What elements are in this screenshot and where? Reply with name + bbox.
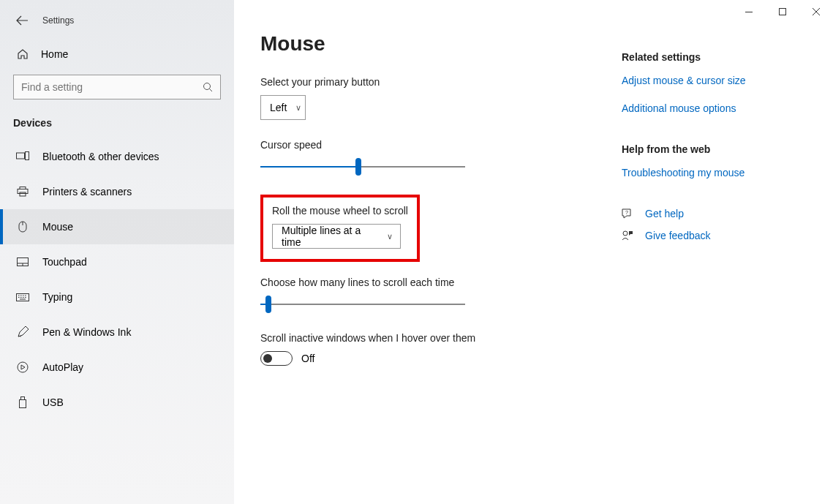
touchpad-icon (16, 257, 29, 266)
chevron-down-icon: ∨ (387, 232, 393, 241)
link-adjust-mouse-size[interactable]: Adjust mouse & cursor size (622, 75, 797, 86)
devices-icon (16, 151, 29, 162)
usb-icon (16, 396, 29, 408)
feedback-icon (622, 230, 635, 241)
close-button[interactable] (799, 0, 833, 23)
related-settings-heading: Related settings (622, 51, 797, 63)
printer-icon (16, 187, 29, 197)
page-title: Mouse (260, 32, 614, 56)
svg-rect-6 (20, 192, 26, 196)
svg-rect-2 (17, 153, 25, 159)
inactive-windows-toggle[interactable] (260, 351, 293, 366)
content: Mouse Select your primary button Left ∨ … (234, 0, 614, 504)
svg-rect-3 (26, 152, 29, 160)
back-button[interactable] (16, 15, 28, 26)
nav-usb[interactable]: USB (0, 385, 234, 420)
toggle-state-label: Off (301, 353, 314, 364)
nav-label: Mouse (42, 221, 73, 233)
search-icon (203, 82, 213, 92)
slider-thumb[interactable] (355, 158, 361, 176)
get-help-link[interactable]: Get help (645, 208, 684, 219)
svg-point-16 (18, 362, 28, 372)
help-icon: ? (622, 208, 635, 219)
link-troubleshooting-mouse[interactable]: Troubleshooting my mouse (622, 167, 797, 178)
lines-each-group: Choose how many lines to scroll each tim… (260, 277, 614, 313)
give-feedback-link[interactable]: Give feedback (645, 230, 711, 241)
autoplay-icon (16, 361, 29, 373)
svg-point-24 (623, 231, 627, 236)
window-controls (732, 0, 833, 23)
nav-label: Bluetooth & other devices (42, 151, 159, 162)
home-button[interactable]: Home (0, 41, 234, 67)
nav-typing[interactable]: Typing (0, 279, 234, 315)
nav-label: Touchpad (42, 256, 87, 268)
svg-rect-17 (21, 397, 25, 400)
slider-thumb[interactable] (265, 296, 271, 313)
titlebar: Settings (0, 6, 234, 35)
home-label: Home (41, 48, 68, 60)
sidebar: Settings Home Devices Bluetooth & other … (0, 0, 234, 504)
cursor-speed-label: Cursor speed (260, 139, 614, 151)
chevron-down-icon: ∨ (295, 103, 301, 113)
nav-label: Printers & scanners (42, 186, 132, 198)
nav-label: Pen & Windows Ink (42, 326, 131, 338)
lines-each-slider[interactable] (260, 296, 465, 313)
right-rail: Related settings Adjust mouse & cursor s… (614, 0, 819, 504)
search-input[interactable] (21, 81, 203, 93)
main: Mouse Select your primary button Left ∨ … (234, 0, 833, 504)
primary-button-dropdown[interactable]: Left ∨ (260, 95, 306, 120)
svg-line-1 (210, 89, 213, 92)
inactive-windows-group: Scroll inactive windows when I hover ove… (260, 332, 614, 366)
maximize-button[interactable] (766, 0, 799, 23)
nav-mouse[interactable]: Mouse (0, 209, 234, 244)
pen-icon (16, 326, 29, 338)
help-web-heading: Help from the web (622, 143, 797, 155)
search-box[interactable] (13, 75, 221, 99)
highlight-annotation: Roll the mouse wheel to scroll Multiple … (260, 195, 420, 262)
primary-button-group: Select your primary button Left ∨ (260, 76, 614, 120)
section-title: Devices (0, 113, 234, 139)
home-icon (16, 48, 29, 60)
nav-list: Bluetooth & other devices Printers & sca… (0, 139, 234, 420)
nav-label: AutoPlay (42, 361, 83, 373)
nav-label: Typing (42, 291, 72, 303)
wheel-scroll-label: Roll the mouse wheel to scroll (272, 205, 408, 217)
cursor-speed-slider[interactable] (260, 158, 465, 176)
lines-each-label: Choose how many lines to scroll each tim… (260, 277, 614, 288)
nav-label: USB (42, 396, 64, 408)
nav-bluetooth[interactable]: Bluetooth & other devices (0, 139, 234, 174)
primary-button-label: Select your primary button (260, 76, 614, 88)
dropdown-value: Multiple lines at a time (282, 225, 378, 248)
svg-rect-18 (20, 400, 26, 408)
svg-rect-5 (18, 189, 28, 194)
wheel-scroll-dropdown[interactable]: Multiple lines at a time ∨ (272, 224, 401, 249)
nav-touchpad[interactable]: Touchpad (0, 244, 234, 279)
svg-text:?: ? (625, 210, 628, 215)
link-additional-mouse-options[interactable]: Additional mouse options (622, 102, 797, 114)
svg-point-0 (204, 83, 211, 90)
cursor-speed-group: Cursor speed (260, 139, 614, 176)
inactive-windows-label: Scroll inactive windows when I hover ove… (260, 332, 614, 344)
nav-autoplay[interactable]: AutoPlay (0, 350, 234, 385)
nav-printers[interactable]: Printers & scanners (0, 174, 234, 209)
minimize-button[interactable] (732, 0, 766, 23)
keyboard-icon (16, 293, 29, 301)
mouse-icon (16, 221, 29, 233)
dropdown-value: Left (270, 102, 287, 113)
app-title: Settings (42, 15, 74, 26)
nav-pen[interactable]: Pen & Windows Ink (0, 315, 234, 350)
svg-rect-20 (780, 9, 786, 15)
